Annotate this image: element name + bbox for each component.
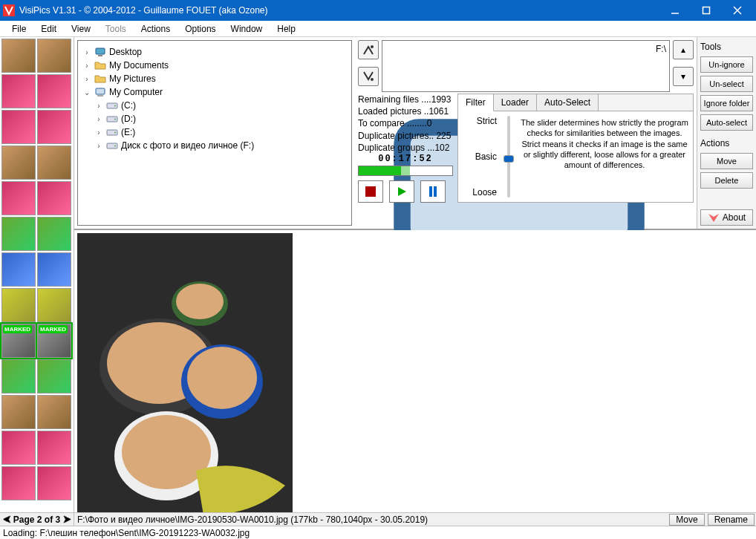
preview-image[interactable] xyxy=(77,233,293,512)
thumb[interactable] xyxy=(1,288,36,322)
tree-label: Desktop xyxy=(109,47,142,57)
tree-expander[interactable]: › xyxy=(94,128,103,137)
thumb[interactable] xyxy=(1,395,36,429)
thumb[interactable] xyxy=(37,359,71,393)
thumb[interactable] xyxy=(1,466,36,500)
delete-button[interactable]: Delete xyxy=(700,172,753,189)
pager-prev[interactable]: ⮜ xyxy=(0,513,13,526)
menu-actions[interactable]: Actions xyxy=(134,22,177,36)
thumb[interactable] xyxy=(1,181,36,215)
pager-next[interactable]: ⮞ xyxy=(60,513,74,526)
strictness-slider[interactable] xyxy=(503,116,515,197)
tree-item[interactable]: › My Documents xyxy=(82,59,347,72)
svg-point-10 xyxy=(114,105,116,107)
tree-label: My Documents xyxy=(109,60,169,71)
tree-expander[interactable]: › xyxy=(82,48,91,56)
move-button[interactable]: Move xyxy=(700,153,753,169)
pager-text: Page 2 of 3 xyxy=(13,514,60,525)
thumb[interactable] xyxy=(37,466,71,500)
pause-button[interactable] xyxy=(420,180,446,203)
pager: ⮜ Page 2 of 3 ⮞ xyxy=(0,512,74,526)
thumb[interactable] xyxy=(1,252,36,287)
slider-description: The slider determines how strictly the p… xyxy=(521,116,688,197)
tree-expander[interactable]: › xyxy=(94,115,103,123)
app-icon xyxy=(3,4,15,16)
add-path-button[interactable] xyxy=(358,40,379,59)
tree-item[interactable]: › Desktop xyxy=(82,45,347,59)
thumb[interactable] xyxy=(1,74,36,108)
svg-marker-24 xyxy=(708,214,719,222)
thumb[interactable] xyxy=(37,431,71,465)
thumb[interactable] xyxy=(1,146,36,180)
folder-icon xyxy=(94,73,106,85)
tree-expander[interactable]: › xyxy=(82,62,91,70)
slider-labels: Strict Basic Loose xyxy=(463,116,497,197)
path-down-button[interactable]: ▾ xyxy=(673,67,694,86)
thumbnail-strip: MARKED MARKED ⮜ Page 2 of 3 ⮞ xyxy=(0,37,74,526)
ignore-folder-button[interactable]: Ignore folder xyxy=(700,95,753,111)
drive-icon xyxy=(106,99,118,111)
about-button[interactable]: About xyxy=(700,209,753,226)
thumb[interactable] xyxy=(37,217,71,251)
svg-point-16 xyxy=(114,146,116,147)
thumb[interactable] xyxy=(1,39,36,73)
tab-autoselect[interactable]: Auto-Select xyxy=(537,94,599,111)
maximize-button[interactable] xyxy=(691,0,722,21)
thumb[interactable] xyxy=(1,359,36,393)
svg-marker-21 xyxy=(398,187,406,196)
tree-item[interactable]: › (E:) xyxy=(82,125,347,139)
drive-icon xyxy=(106,140,118,151)
menubar: File Edit View Tools Actions Options Win… xyxy=(0,21,756,37)
tree-expander[interactable]: › xyxy=(82,75,91,83)
menu-file[interactable]: File xyxy=(4,22,33,36)
svg-point-33 xyxy=(176,284,224,319)
tab-filter[interactable]: Filter xyxy=(458,94,494,111)
path-up-button[interactable]: ▴ xyxy=(673,40,694,59)
thumb-marked[interactable]: MARKED xyxy=(37,324,71,358)
thumb[interactable] xyxy=(37,395,71,429)
tree-item[interactable]: › (C:) xyxy=(82,99,347,112)
thumb[interactable] xyxy=(1,110,36,144)
menu-help[interactable]: Help xyxy=(270,22,303,36)
play-button[interactable] xyxy=(389,180,414,203)
stop-button[interactable] xyxy=(358,180,383,203)
unselect-button[interactable]: Un-select xyxy=(700,76,753,92)
menu-window[interactable]: Window xyxy=(224,22,270,36)
tab-loader[interactable]: Loader xyxy=(494,94,537,111)
tree-item[interactable]: › Диск с фото и видео личное (F:) xyxy=(82,139,347,152)
thumb[interactable] xyxy=(37,181,71,215)
thumb-marked[interactable]: MARKED xyxy=(1,324,36,358)
tree-expander[interactable]: › xyxy=(94,142,103,150)
close-button[interactable] xyxy=(722,0,753,21)
tree-label: My Pictures xyxy=(109,74,156,84)
thumb[interactable] xyxy=(37,110,71,144)
thumb[interactable] xyxy=(1,431,36,465)
autoselect-button[interactable]: Auto-select xyxy=(700,114,753,131)
thumb[interactable] xyxy=(37,288,71,322)
tools-label: Tools xyxy=(700,40,753,53)
tree-label: (C:) xyxy=(121,100,136,111)
menu-edit[interactable]: Edit xyxy=(33,22,64,36)
tree-expander[interactable]: ⌄ xyxy=(82,88,91,97)
menu-options[interactable]: Options xyxy=(177,22,223,36)
path-value: F:\ xyxy=(656,44,666,54)
fox-icon xyxy=(708,212,720,223)
thumb[interactable] xyxy=(37,39,71,73)
tree-item[interactable]: › (D:) xyxy=(82,112,347,125)
thumb[interactable] xyxy=(37,252,71,287)
tree-expander[interactable]: › xyxy=(94,102,103,110)
svg-point-29 xyxy=(187,347,257,409)
tree-item[interactable]: ⌄ My Computer xyxy=(82,85,347,99)
thumb[interactable] xyxy=(1,217,36,251)
folder-tree[interactable]: › Desktop› My Documents› My Pictures⌄ My… xyxy=(77,40,352,226)
path-box[interactable]: F:\ xyxy=(382,40,670,92)
minimize-button[interactable] xyxy=(659,0,691,21)
thumb[interactable] xyxy=(37,74,71,108)
status-move-button[interactable]: Move xyxy=(669,514,704,526)
status-rename-button[interactable]: Rename xyxy=(708,514,755,526)
tree-item[interactable]: › My Pictures xyxy=(82,72,347,85)
menu-view[interactable]: View xyxy=(64,22,98,36)
thumb[interactable] xyxy=(37,146,71,180)
unignore-button[interactable]: Un-ignore xyxy=(700,56,753,73)
remove-path-button[interactable] xyxy=(358,67,379,86)
